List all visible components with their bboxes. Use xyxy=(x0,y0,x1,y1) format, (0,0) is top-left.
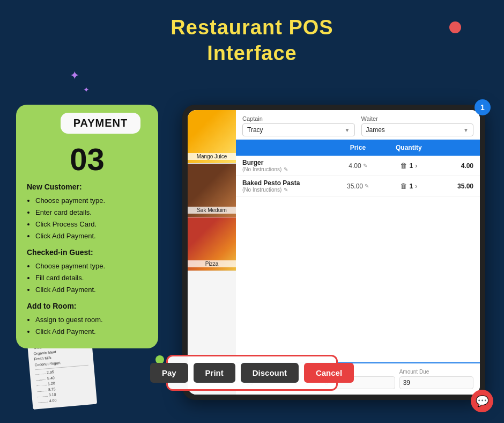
edit-instructions-icon-pasta[interactable]: ✎ xyxy=(284,187,288,193)
add-to-room-title: Add to Room: xyxy=(27,300,150,313)
menu-thumb-steak[interactable]: Sak Meduim xyxy=(188,164,236,217)
notification-badge: 1 xyxy=(475,99,491,115)
discount-button[interactable]: Discount xyxy=(241,363,299,383)
item-qty-burger: 1 xyxy=(409,162,413,170)
menu-sidebar: Mango Juice Sak Meduim Pizza xyxy=(188,110,236,395)
checked-in-guest-title: Checked-in Guest: xyxy=(27,246,150,259)
item-total-pasta: 35.00 xyxy=(436,183,473,190)
item-name-block-pasta: Baked Pesto Pasta (No Instructions) ✎ xyxy=(242,179,335,193)
delete-item-pasta[interactable]: 🗑 xyxy=(400,182,407,190)
waiter-dropdown-icon: ▼ xyxy=(463,127,469,133)
cancel-button[interactable]: Cancel xyxy=(304,363,354,383)
captain-value: Tracy xyxy=(247,126,263,134)
menu-thumb-pizza[interactable]: Pizza xyxy=(188,217,236,271)
order-item-pasta: Baked Pesto Pasta (No Instructions) ✎ 35… xyxy=(236,176,480,196)
captain-label: Captain xyxy=(242,115,355,122)
order-header: Price Quantity xyxy=(236,140,480,156)
waiter-label: Waiter xyxy=(361,115,474,122)
item-price-pasta: 35.00 ✎ xyxy=(335,183,381,190)
print-button[interactable]: Print xyxy=(194,363,235,383)
tablet-body: Mango Juice Sak Meduim Pizza Captain Tra… xyxy=(188,110,480,395)
add-to-room-list: Assign to guest room. Click Add Payment. xyxy=(27,314,150,338)
captain-field: Captain Tracy ▼ xyxy=(242,115,355,136)
header-total xyxy=(436,144,473,151)
item-qty-block-pasta: 🗑 1 › xyxy=(381,182,436,190)
action-buttons-bar: Pay Print Discount Cancel xyxy=(166,355,338,391)
captain-select[interactable]: Tracy ▼ xyxy=(242,123,355,136)
captain-waiter-row: Captain Tracy ▼ Waiter James ▼ xyxy=(236,110,480,140)
header-name xyxy=(242,144,335,151)
waiter-field: Waiter James ▼ xyxy=(361,115,474,136)
item-total-burger: 4.00 xyxy=(436,162,473,170)
new-customer-title: New Customer: xyxy=(27,181,150,194)
checked-in-guest-list: Choose payment type. Fill card details. … xyxy=(27,260,150,296)
list-item: Assign to guest room. xyxy=(35,314,150,326)
list-item: Click Add Payment. xyxy=(35,326,150,338)
waiter-select[interactable]: James ▼ xyxy=(361,123,474,136)
item-qty-block-burger: 🗑 1 › xyxy=(381,162,436,170)
title-line2: Interface xyxy=(0,41,504,67)
list-item: Choose payment type. xyxy=(35,260,150,272)
edit-instructions-icon-burger[interactable]: ✎ xyxy=(284,166,288,172)
menu-thumb-juice[interactable]: Mango Juice xyxy=(188,110,236,164)
item-instructions-burger: (No Instructions) ✎ xyxy=(242,166,335,172)
sparkle-icon-2: ✦ xyxy=(83,86,90,93)
sparkle-icon-1: ✦ xyxy=(70,70,79,82)
qty-increment-burger[interactable]: › xyxy=(415,162,417,170)
list-item: Fill card details. xyxy=(35,272,150,284)
panel-content: New Customer: Choose payment type. Enter… xyxy=(16,181,158,338)
item-name-block-burger: Burger (No Instructions) ✎ xyxy=(242,159,335,172)
tablet-screen: Mango Juice Sak Meduim Pizza Captain Tra… xyxy=(188,110,480,395)
thumb-label-pizza: Pizza xyxy=(188,260,236,267)
new-customer-list: Choose payment type. Enter card details.… xyxy=(27,195,150,242)
step-number: 03 xyxy=(16,142,158,177)
thumb-label-steak: Sak Meduim xyxy=(188,207,236,214)
list-item: Click Add Payment. xyxy=(35,284,150,296)
order-items-list: Burger (No Instructions) ✎ 4.00 ✎ 🗑 xyxy=(236,156,480,362)
page-title: Restaurant POS Interface xyxy=(0,0,504,66)
chat-icon[interactable]: 💬 xyxy=(471,390,493,412)
item-name-burger: Burger xyxy=(242,159,335,166)
order-item-burger: Burger (No Instructions) ✎ 4.00 ✎ 🗑 xyxy=(236,156,480,176)
list-item: Click Add Payment. xyxy=(35,230,150,242)
amount-due-label: Amount Due xyxy=(399,369,473,375)
pay-button[interactable]: Pay xyxy=(150,363,188,383)
title-line1: Restaurant POS xyxy=(0,15,504,41)
payment-badge: PAYMENT xyxy=(61,113,140,134)
thumb-label-juice: Mango Juice xyxy=(188,153,236,160)
payment-info-panel: PAYMENT 03 New Customer: Choose payment … xyxy=(16,105,158,348)
waiter-value: James xyxy=(366,126,385,134)
qty-increment-pasta[interactable]: › xyxy=(415,183,417,190)
item-instructions-pasta: (No Instructions) ✎ xyxy=(242,187,335,193)
list-item: Enter card details. xyxy=(35,207,150,218)
decoration-dot-red xyxy=(449,21,461,33)
header-price: Price xyxy=(335,144,381,151)
amount-due-value: 39 xyxy=(399,376,473,389)
edit-price-icon-pasta[interactable]: ✎ xyxy=(365,183,369,189)
amount-due-field: Amount Due 39 xyxy=(399,369,473,389)
order-panel: Captain Tracy ▼ Waiter James ▼ xyxy=(236,110,480,395)
delete-item-burger[interactable]: 🗑 xyxy=(400,162,407,170)
item-price-burger: 4.00 ✎ xyxy=(335,162,381,170)
item-name-pasta: Baked Pesto Pasta xyxy=(242,179,335,187)
captain-dropdown-icon: ▼ xyxy=(345,127,350,133)
list-item: Click Process Card. xyxy=(35,218,150,230)
edit-price-icon-burger[interactable]: ✎ xyxy=(363,163,367,169)
item-qty-pasta: 1 xyxy=(409,183,413,190)
payment-badge-text: PAYMENT xyxy=(73,117,128,129)
list-item: Choose payment type. xyxy=(35,195,150,207)
header-quantity: Quantity xyxy=(381,144,436,151)
